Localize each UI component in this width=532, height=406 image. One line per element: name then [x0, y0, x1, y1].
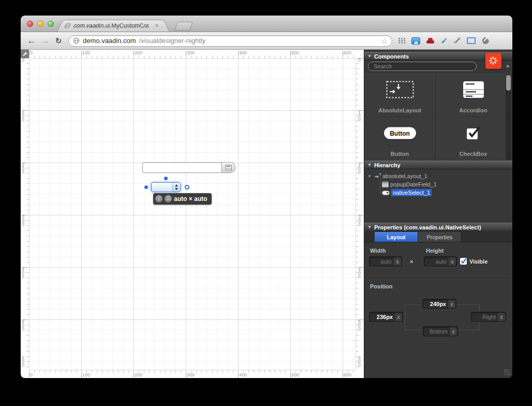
position-top-clear-button[interactable]: x: [448, 300, 455, 308]
eyedropper-extension-icon[interactable]: [440, 37, 448, 45]
position-left-value: 236px: [370, 314, 395, 320]
nativeselect-node-icon: [382, 191, 390, 195]
position-right-clear-button[interactable]: x: [498, 313, 505, 321]
selection-handle-top[interactable]: [164, 177, 168, 180]
width-value: auto: [370, 258, 394, 265]
position-top-input[interactable]: 240px x: [422, 299, 456, 309]
ruler-label: 600: [344, 50, 351, 55]
ruler-label: 4 0 0: [358, 268, 361, 279]
wand-extension-icon[interactable]: [454, 37, 461, 44]
ruler-label: 2 0 0: [358, 163, 361, 174]
hierarchy-section-title: Hierarchy: [374, 162, 401, 168]
browser-tab[interactable]: com.vaadin.ui.MyCustomCor ×: [57, 20, 170, 32]
ruler-label: 3 0 0: [358, 215, 361, 226]
native-select-widget[interactable]: [151, 182, 181, 192]
visible-label: Visible: [469, 258, 487, 265]
ruler-label: 6 0 0: [22, 356, 24, 367]
components-section-title: Components: [374, 53, 409, 60]
height-input[interactable]: auto x: [424, 256, 457, 267]
ruler-label: 1 0 0: [358, 111, 361, 122]
datefield-node-icon: [382, 181, 389, 187]
tree-expander-icon[interactable]: ▼: [367, 174, 373, 179]
url-globe-icon: [73, 37, 80, 44]
tab-close-icon[interactable]: ×: [154, 22, 160, 29]
hierarchy-section-header[interactable]: ▼ Hierarchy: [364, 161, 512, 169]
ruler-right: 01 0 02 0 03 0 04 0 05 0 06 0 0: [356, 58, 364, 370]
position-left-clear-button[interactable]: x: [395, 313, 402, 321]
selection-handle-left[interactable]: [144, 185, 148, 189]
ruler-label: 300: [187, 50, 195, 55]
new-tab-button[interactable]: [174, 22, 193, 31]
ruler-top: 0100200300400500600: [29, 50, 356, 58]
tab-properties[interactable]: Properties: [418, 232, 462, 242]
ruler-label: 0: [30, 50, 33, 55]
width-input[interactable]: auto x: [369, 256, 402, 267]
reload-button[interactable]: ↻: [52, 36, 65, 46]
extension-icons: [398, 37, 489, 45]
palette-item-button[interactable]: Button Button: [364, 118, 436, 161]
width-clear-button[interactable]: x: [394, 257, 401, 266]
palette-item-absolutelayout[interactable]: AbsoluteLayout: [364, 74, 436, 118]
window-minimize-button[interactable]: [37, 21, 43, 27]
ruler-label: 500: [291, 50, 299, 55]
palette-item-checkbox[interactable]: CheckBox: [436, 118, 511, 161]
tree-item-nativeselect[interactable]: nativeSelect_1: [364, 189, 432, 197]
components-search-row: Search «: [364, 61, 512, 74]
browser-toolbar: ← → ↻ demo.vaadin.com/visualdesigner-nig…: [21, 32, 512, 50]
component-palette: AbsoluteLayout Accordion: [364, 74, 512, 161]
tree-item-label: popupDateField_1: [390, 181, 437, 187]
position-right-placeholder: Right: [471, 314, 498, 320]
popup-date-field-widget[interactable]: [142, 162, 235, 173]
calendar-popup-button[interactable]: [222, 162, 235, 173]
panel-resize-grip[interactable]: [504, 369, 510, 375]
armchair-extension-icon[interactable]: [426, 38, 434, 44]
panel-collapse-button[interactable]: «: [506, 63, 509, 69]
search-input[interactable]: Search: [368, 62, 477, 71]
accordion-icon: [463, 81, 484, 98]
url-bar[interactable]: demo.vaadin.com/visualdesigner-nightly ☆: [68, 35, 392, 47]
bookmark-star-icon[interactable]: ☆: [381, 37, 388, 45]
stepper-down-icon: [175, 188, 178, 190]
tree-item-popupdatefield[interactable]: popupDateField_1: [364, 180, 437, 189]
selection-handle-right[interactable]: [185, 185, 189, 190]
visible-checkbox[interactable]: [460, 258, 467, 265]
palette-scrollbar-track[interactable]: [506, 74, 511, 161]
loading-spinner-badge: [485, 53, 501, 69]
tree-item-absolutelayout[interactable]: ▼ absoluteLayout_1: [364, 172, 427, 180]
ruler-label: 300: [187, 372, 195, 378]
size-tooltip: ↕ ↔ auto × auto: [153, 193, 212, 205]
palette-item-accordion[interactable]: Accordion: [436, 74, 511, 118]
position-left-input[interactable]: 236px x: [369, 312, 403, 322]
ruler-label: 0: [30, 372, 33, 378]
window-zoom-button[interactable]: [48, 21, 54, 27]
resize-width-icon: ↔: [165, 195, 172, 202]
tab-layout[interactable]: Layout: [375, 232, 418, 242]
forward-button[interactable]: →: [38, 36, 52, 46]
palette-item-label: AbsoluteLayout: [364, 107, 435, 113]
position-bottom-input[interactable]: Bottom x: [423, 326, 458, 337]
wrench-settings-icon[interactable]: [482, 37, 489, 45]
properties-section-header[interactable]: ▼ Properties (com.vaadin.ui.NativeSelect…: [364, 223, 512, 231]
apps-grid-icon[interactable]: [398, 38, 405, 44]
date-input[interactable]: [142, 162, 222, 173]
ruler-corner-tool-button[interactable]: [21, 50, 29, 58]
size-separator: ×: [410, 258, 413, 265]
hierarchy-tree: ▼ absoluteLayout_1 popupDat: [364, 170, 512, 222]
position-bottom-clear-button[interactable]: x: [450, 327, 457, 336]
window-titlebar[interactable]: com.vaadin.ui.MyCustomCor ×: [21, 16, 512, 32]
chevron-down-icon: ▼: [367, 225, 372, 229]
ruler-label: 2 0 0: [22, 163, 24, 174]
ruler-label: 1 0 0: [22, 111, 24, 122]
window-close-button[interactable]: [27, 21, 33, 27]
select-stepper: [172, 183, 180, 192]
design-grid[interactable]: ↕ ↔ auto × auto: [29, 58, 356, 370]
screenshot-frame-extension-icon[interactable]: [467, 37, 476, 44]
height-clear-button[interactable]: x: [449, 257, 456, 266]
ruler-label: 100: [82, 372, 90, 378]
position-right-input[interactable]: Right x: [471, 312, 506, 322]
palette-scrollbar-thumb[interactable]: [506, 75, 511, 91]
browser-window: com.vaadin.ui.MyCustomCor × ← → ↻ demo.v…: [21, 16, 512, 378]
properties-section-title: Properties (com.vaadin.ui.NativeSelect): [374, 224, 481, 230]
back-button[interactable]: ←: [25, 36, 38, 46]
photos-extension-icon[interactable]: [411, 37, 420, 45]
